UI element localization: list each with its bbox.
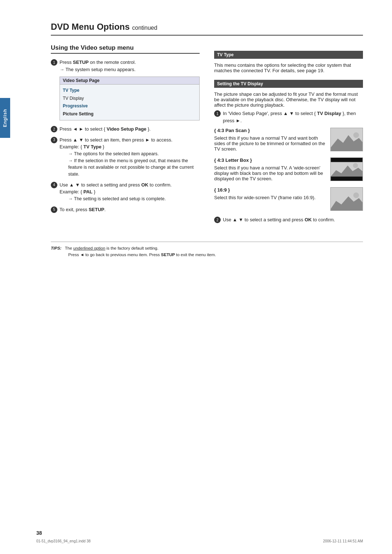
step-2-num: 2 (51, 126, 57, 132)
setting-tv-text: The picture shape can be adjusted to fit… (214, 91, 363, 108)
english-tab: English (0, 98, 10, 138)
step-1: 1 Press SETUP on the remote control. → T… (51, 59, 200, 73)
tips-label: TIPS: (51, 246, 61, 250)
svg-point-7 (353, 163, 358, 168)
step-4-content: Use ▲ ▼ to select a setting and press OK… (60, 181, 200, 202)
setting-tv-heading: Setting the TV Display (214, 80, 363, 88)
title-text: DVD Menu Options (51, 22, 130, 32)
tips-line2: Press ◄ to go back to previous menu item… (68, 253, 216, 257)
step-2: 2 Press ◄ ► to select { Video Setup Page… (51, 126, 200, 133)
step-4: 4 Use ▲ ▼ to select a setting and press … (51, 181, 200, 202)
svg-rect-4 (331, 158, 362, 162)
footer-left: 01-51_dvp3166_94_eng1.indd 38 (36, 539, 91, 543)
letter-box-section: { 4:3 Letter Box } Select this if you ha… (214, 157, 363, 184)
two-column-layout: Using the Video setup menu 1 Press SETUP… (51, 44, 363, 227)
setup-item-tv-display: TV Display (63, 95, 196, 103)
tv-type-text: This menu contains the options for selec… (214, 62, 363, 73)
pan-scan-section: { 4:3 Pan Scan } Select this if you have… (214, 128, 363, 154)
page-number: 38 (36, 530, 42, 536)
step-2-content: Press ◄ ► to select { Video Setup Page }… (60, 126, 200, 133)
english-tab-label: English (3, 109, 8, 127)
pan-scan-image (330, 128, 363, 151)
svg-point-10 (353, 193, 359, 198)
widescreen-section: { 16:9 } Select this for wide-screen TV … (214, 187, 363, 213)
tips-line1: The underlined option is the factory def… (65, 246, 159, 250)
right-step-1: 1 In 'Video Setup Page', press ▲ ▼ to se… (214, 110, 363, 124)
left-column: Using the Video setup menu 1 Press SETUP… (51, 44, 200, 227)
right-step-1-num: 1 (214, 110, 221, 117)
setup-item-tv-type: TV Type (63, 87, 196, 95)
right-step-1-content: In 'Video Setup Page', press ▲ ▼ to sele… (223, 110, 363, 124)
setup-page-box: Video Setup Page TV Type TV Display Prog… (60, 77, 200, 120)
right-step-2-content: Use ▲ ▼ to select a setting and press OK… (223, 216, 363, 223)
step-5-num: 5 (51, 206, 57, 213)
svg-rect-5 (331, 176, 362, 181)
page-title: DVD Menu Options continued (51, 22, 363, 36)
footer-info: 01-51_dvp3166_94_eng1.indd 38 2006-12-11… (36, 539, 363, 543)
setup-item-picture: Picture Setting (63, 110, 196, 118)
widescreen-image (330, 187, 363, 211)
setup-page-box-header: Video Setup Page (60, 77, 199, 85)
step-4-num: 4 (51, 182, 57, 188)
right-column: TV Type This menu contains the options f… (214, 44, 363, 227)
step-5-content: To exit, press SETUP. (60, 206, 200, 213)
right-step-2: 2 Use ▲ ▼ to select a setting and press … (214, 216, 363, 223)
setup-page-box-body: TV Type TV Display Progressive Picture S… (60, 85, 199, 120)
right-step-2-num: 2 (214, 217, 221, 223)
step-5: 5 To exit, press SETUP. (51, 206, 200, 213)
step-1-num: 1 (51, 59, 57, 66)
tv-type-heading: TV Type (214, 51, 363, 59)
footer-right: 2006-12-11 11:44:51 AM (323, 539, 363, 543)
step-3-content: Press ▲ ▼ to select an item, then press … (60, 136, 200, 178)
tips-section: TIPS: The underlined option is the facto… (51, 242, 363, 258)
step-3-num: 3 (51, 137, 57, 143)
step-1-content: Press SETUP on the remote control. → The… (60, 59, 200, 73)
left-section-heading: Using the Video setup menu (51, 44, 200, 54)
letter-box-image (330, 157, 363, 181)
title-continued: continued (132, 25, 157, 31)
setup-item-progressive: Progressive (63, 102, 196, 110)
step-3: 3 Press ▲ ▼ to select an item, then pres… (51, 136, 200, 178)
page-outer: English DVD Menu Options continued Using… (0, 0, 392, 554)
svg-point-2 (353, 132, 359, 138)
